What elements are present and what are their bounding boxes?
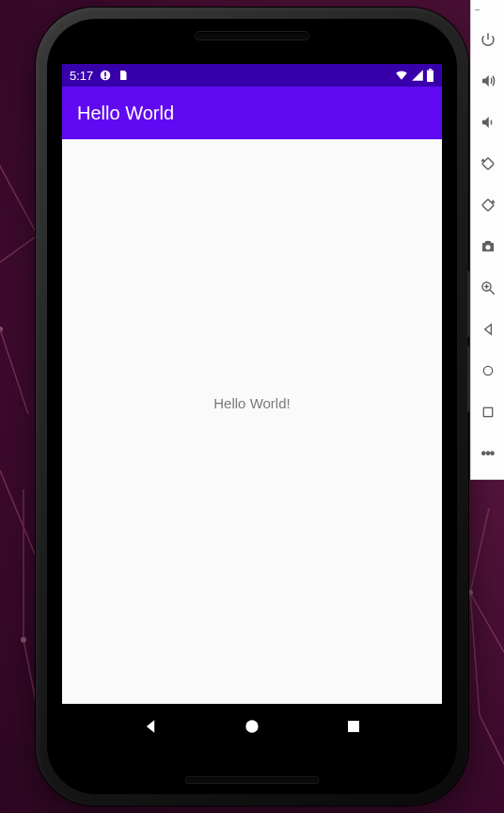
svg-point-8: [21, 637, 26, 643]
circle-icon: [480, 363, 496, 378]
square-icon: [480, 405, 496, 420]
emulator-toolbar: –: [470, 0, 504, 480]
svg-rect-25: [104, 77, 106, 79]
svg-point-28: [245, 720, 258, 732]
emu-more-button[interactable]: •••: [471, 433, 505, 474]
greeting-text: Hello World!: [213, 395, 290, 411]
svg-line-1: [0, 235, 38, 282]
rotate-right-button[interactable]: [471, 184, 505, 226]
earpiece-slot: [196, 32, 308, 40]
device-frame: 5:17 Hello W: [36, 8, 468, 805]
camera-icon: [480, 238, 496, 255]
bottom-slot: [186, 777, 318, 783]
emu-overview-button[interactable]: [471, 391, 505, 433]
svg-line-13: [480, 715, 504, 772]
more-icon: •••: [481, 452, 495, 455]
app-bar: Hello World: [62, 87, 442, 139]
nav-back-icon: [141, 717, 160, 736]
app-title: Hello World: [77, 103, 174, 124]
svg-line-10: [470, 593, 504, 659]
wifi-icon: [394, 69, 409, 82]
svg-line-4: [0, 329, 28, 414]
nav-home-icon: [243, 717, 261, 736]
rotate-right-icon: [480, 197, 496, 214]
svg-line-9: [470, 508, 489, 593]
device-screen: 5:17 Hello W: [62, 64, 442, 749]
cell-signal-icon: [411, 69, 424, 82]
svg-rect-26: [427, 70, 433, 82]
status-bar[interactable]: 5:17: [62, 64, 442, 87]
status-clock: 5:17: [70, 69, 93, 83]
volume-up-button[interactable]: [471, 60, 505, 102]
emu-home-button[interactable]: [471, 350, 505, 391]
file-icon: [118, 69, 129, 82]
power-button[interactable]: [471, 19, 505, 60]
volume-down-icon: [480, 114, 496, 131]
back-triangle-icon: [480, 322, 496, 337]
rotate-left-icon: [480, 155, 496, 172]
svg-point-21: [483, 366, 492, 375]
battery-icon: [426, 69, 434, 82]
screenshot-button[interactable]: [471, 226, 505, 267]
svg-rect-29: [348, 721, 359, 732]
svg-rect-27: [429, 69, 432, 70]
zoom-in-icon: [480, 279, 496, 296]
rotate-left-button[interactable]: [471, 143, 505, 184]
svg-line-12: [470, 593, 480, 715]
android-nav-bar: [62, 704, 442, 749]
volume-up-icon: [480, 72, 496, 89]
debug-icon: [99, 69, 112, 82]
nav-recents-button[interactable]: [325, 718, 382, 735]
nav-home-button[interactable]: [224, 717, 280, 736]
nav-back-button[interactable]: [122, 717, 179, 736]
svg-rect-24: [104, 72, 106, 77]
svg-line-0: [0, 132, 38, 235]
content-area: Hello World!: [62, 139, 442, 704]
volume-down-button[interactable]: [471, 102, 505, 143]
svg-point-16: [485, 245, 490, 249]
power-icon: [480, 31, 496, 48]
svg-line-18: [490, 290, 495, 295]
emu-back-button[interactable]: [471, 309, 505, 350]
svg-rect-22: [483, 407, 492, 416]
zoom-button[interactable]: [471, 267, 505, 309]
nav-recents-icon: [345, 718, 362, 735]
window-minimise-icon[interactable]: –: [475, 6, 480, 13]
